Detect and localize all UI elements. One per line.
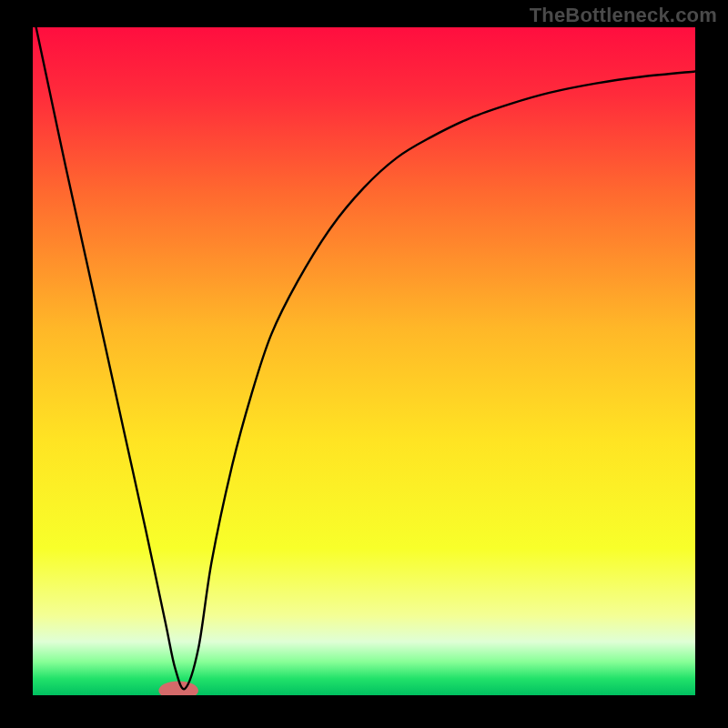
plot-background [33, 27, 695, 695]
optimal-point-marker [158, 682, 198, 701]
chart-frame: TheBottleneck.com [0, 0, 728, 728]
bottleneck-chart [0, 0, 728, 728]
watermark-text: TheBottleneck.com [530, 4, 717, 27]
